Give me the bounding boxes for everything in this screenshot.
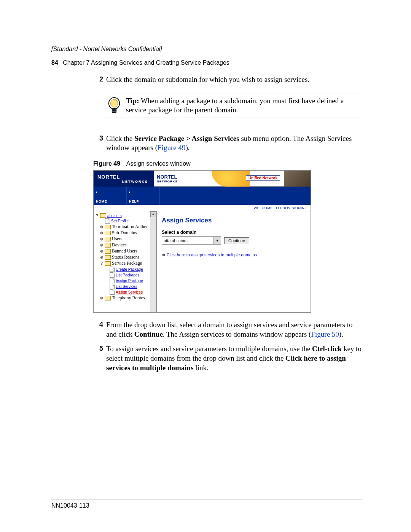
figure-label: Figure 49 [93,160,120,167]
continue-button[interactable]: Continue [224,237,249,244]
folder-icon [105,261,111,266]
step-text: To assign services and service parameter… [106,344,362,372]
page-icon [110,267,115,272]
panel-title: Assign Services [162,217,306,224]
menu-help[interactable]: HELP [127,187,160,205]
tree-item[interactable]: ⊕Banned Users [100,248,156,254]
tree-item-service-package[interactable]: ?Service Package [100,260,156,266]
page-number: 84 [51,59,58,66]
tip-label: Tip: [126,97,139,105]
tree-sp-child[interactable]: List Packages [104,272,156,278]
page-icon [110,284,115,289]
folder-icon [105,231,111,235]
step-text: Click the Service Package > Assign Servi… [106,134,362,153]
confidential-notice: [Standard - Nortel Networks Confidential… [51,46,362,53]
svg-point-1 [111,99,118,107]
tree-sp-child[interactable]: Create Package [104,267,156,272]
tree-sp-child[interactable]: Assign Package [104,278,156,283]
step-3: 3 Click the Service Package > Assign Ser… [93,134,362,153]
tree-set-profile[interactable]: Set Profile [100,218,156,224]
globe-graphic [212,171,250,187]
assign-services-screenshot: NORTEL NETWORKS NORTEL NETWORKS Unified … [93,170,311,313]
step-text: Click the domain or subdomain for which … [106,75,362,85]
tree-sp-child[interactable]: List Services [104,284,156,289]
domain-dropdown[interactable]: otta.abc.com ▼ [162,236,221,245]
tip-block: Tip: When adding a package to a subdomai… [93,90,362,129]
tree-item[interactable]: ⊕Status Reasons [100,254,156,260]
welcome-bar: WELCOME TO PROVISIONING [94,205,311,211]
figure-ref-link[interactable]: Figure 50 [311,330,339,338]
step-2: 2 Click the domain or subdomain for whic… [93,75,362,85]
page-icon [105,218,110,224]
menubar: HOME HELP [94,187,311,205]
chapter-title: Chapter 7 Assigning Services and Creatin… [63,59,229,66]
tree-item[interactable]: ⊕Termination Authentic [100,224,156,230]
figure-ref-link[interactable]: Figure 49 [158,144,185,152]
step-number: 5 [93,344,103,353]
tree-item[interactable]: ⊕Sub-Domains [100,230,156,236]
folder-icon [105,225,111,229]
main-content: Assign Services Select a domain otta.abc… [156,211,311,312]
page-icon [110,278,115,283]
tree-sp-assign-services[interactable]: Assign Services [104,289,156,295]
doc-id: NN10043-113 [51,502,362,509]
tree-root[interactable]: ? abc.com [95,213,156,218]
menu-home[interactable]: HOME [94,187,127,205]
step-text: From the drop down list, select a domain… [106,320,362,339]
multi-domain-option: or Click here to assign services to mult… [162,252,306,257]
tree-item-telephony[interactable]: ⊕Telephony Routes [100,295,156,301]
tip-text: Tip: When adding a package to a subdomai… [126,96,362,115]
step-5: 5 To assign services and service paramet… [93,344,362,372]
banner: NORTEL NETWORKS NORTEL NETWORKS Unified … [94,171,311,187]
dropdown-value: otta.abc.com [164,238,188,243]
page-icon [110,272,115,278]
header-rule [51,68,362,68]
step-4: 4 From the drop down list, select a doma… [93,320,362,339]
step-number: 4 [93,320,103,329]
folder-icon [105,249,111,254]
svg-rect-2 [112,108,116,112]
figure-caption: Figure 49 Assign services window [93,160,362,167]
brand-logo-left: NORTEL NETWORKS [94,171,154,187]
lightbulb-icon [106,96,122,115]
folder-icon [100,213,106,218]
multi-domains-link[interactable]: Click here to assign services to multipl… [167,252,257,257]
folder-icon [105,243,111,248]
scrollbar[interactable] [150,211,156,312]
folder-icon [105,237,111,241]
brand-logo-right: NORTEL NETWORKS [154,174,178,183]
scroll-up-button[interactable]: ▲ [150,211,156,217]
chevron-down-icon: ▼ [213,237,221,244]
footer-rule [51,500,362,500]
select-domain-label: Select a domain [162,230,306,235]
tree-item[interactable]: ⊕Users [100,236,156,242]
figure-title: Assign services window [126,160,191,167]
folder-icon [105,255,111,260]
unified-network-badge: Unified Network [246,175,280,181]
folder-icon [105,296,111,300]
page-header: 84 Chapter 7 Assigning Services and Crea… [51,59,362,66]
tree-item[interactable]: ⊕Devices [100,242,156,248]
step-number: 2 [93,75,103,84]
step-number: 3 [93,134,103,143]
navigation-tree: ▲ ? abc.com Set Profile ⊕Termination Aut… [94,211,156,312]
page-icon [110,289,115,295]
people-graphic [284,171,311,187]
